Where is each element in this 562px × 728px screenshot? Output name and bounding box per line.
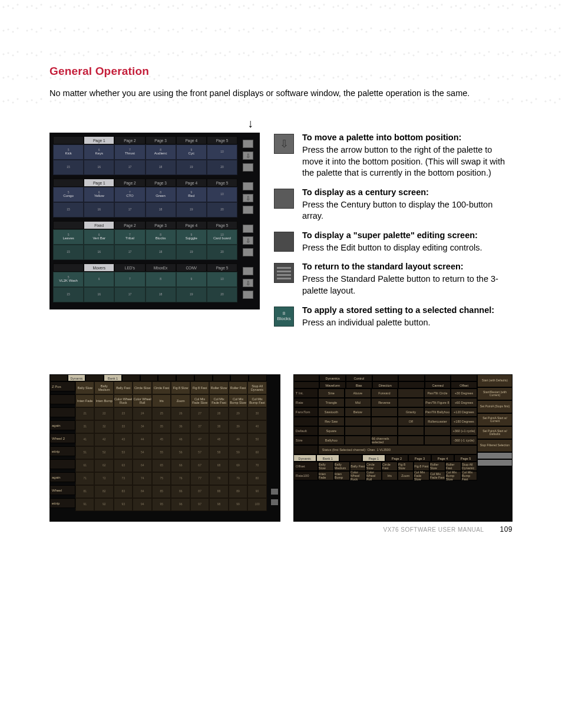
century-button[interactable]: Col Mix Bump Fast bbox=[247, 394, 266, 407]
century-button[interactable]: Iris bbox=[152, 394, 171, 407]
century-button[interactable]: 47 bbox=[190, 433, 209, 446]
century-button[interactable]: 33 bbox=[114, 420, 133, 433]
palette-tab[interactable]: Page 4 bbox=[176, 136, 207, 144]
century-button[interactable]: 71 bbox=[75, 472, 94, 485]
century-button[interactable]: 50 bbox=[247, 433, 266, 446]
palette-button[interactable]: 18 bbox=[146, 202, 176, 218]
header-tab[interactable]: Dynamics bbox=[319, 374, 346, 381]
century-button[interactable]: 87 bbox=[190, 485, 209, 498]
bottom-tab[interactable]: Page 1 bbox=[362, 454, 385, 462]
bank-tab[interactable] bbox=[140, 374, 158, 381]
palette-tab[interactable]: Fixed bbox=[84, 221, 114, 229]
option-button[interactable] bbox=[398, 398, 424, 407]
century-button[interactable]: 45 bbox=[152, 433, 171, 446]
century-button[interactable]: Roller Slow bbox=[209, 381, 228, 394]
move-down-button[interactable]: ⇩ bbox=[243, 279, 253, 287]
century-button[interactable]: 78 bbox=[209, 472, 228, 485]
century-button[interactable]: 54 bbox=[133, 446, 151, 459]
option-button[interactable] bbox=[371, 407, 398, 417]
century-button[interactable]: 67 bbox=[190, 459, 209, 472]
palette-button[interactable]: 6 bbox=[84, 272, 114, 287]
option-button[interactable]: +120 Degrees bbox=[451, 407, 477, 417]
side-button[interactable] bbox=[477, 452, 513, 459]
century-button[interactable]: 55 bbox=[152, 446, 171, 459]
palette-button[interactable]: 10 bbox=[207, 187, 237, 202]
header-tab[interactable]: Control bbox=[346, 374, 372, 381]
palette-button[interactable]: 6Keys bbox=[84, 144, 114, 160]
palette-tab[interactable]: Page 2 bbox=[114, 221, 145, 229]
header-tab[interactable] bbox=[451, 374, 477, 381]
bank-tab[interactable] bbox=[194, 374, 213, 381]
dynamic-button[interactable]: Fig 8 Fast bbox=[414, 462, 429, 471]
bank-tab[interactable] bbox=[158, 374, 176, 381]
century-button[interactable] bbox=[243, 140, 253, 148]
century-button[interactable]: Fig 8 Fast bbox=[190, 381, 209, 394]
dynamic-button[interactable]: Bally Fast bbox=[350, 462, 366, 471]
option-button[interactable] bbox=[371, 426, 398, 436]
century-button[interactable]: Bally Medium bbox=[94, 381, 113, 394]
palette-tab[interactable]: Page 3 bbox=[146, 179, 176, 187]
century-button[interactable]: 40 bbox=[247, 420, 266, 433]
palette-button[interactable]: 15 bbox=[53, 160, 84, 175]
century-button[interactable]: 64 bbox=[133, 459, 151, 472]
century-button[interactable]: 98 bbox=[209, 498, 228, 511]
move-down-button[interactable]: ⇩ bbox=[243, 236, 253, 245]
century-button[interactable]: 63 bbox=[114, 459, 133, 472]
century-button[interactable]: 77 bbox=[190, 472, 209, 485]
palette-button[interactable]: 17 bbox=[114, 287, 145, 302]
side-button[interactable] bbox=[271, 499, 278, 505]
century-button[interactable]: Col Mix Bump Slow bbox=[229, 394, 247, 407]
century-button[interactable]: 44 bbox=[133, 433, 151, 446]
option-button[interactable] bbox=[371, 417, 398, 426]
edit-button[interactable] bbox=[243, 206, 253, 214]
century-button[interactable]: 88 bbox=[209, 485, 228, 498]
edit-button[interactable] bbox=[243, 248, 253, 256]
palette-tab[interactable]: Page 1 bbox=[84, 136, 114, 144]
dynamic-button[interactable]: Circle Fast bbox=[382, 462, 398, 471]
palette-button[interactable]: 7CTO bbox=[114, 187, 145, 202]
option-button[interactable] bbox=[345, 417, 371, 426]
palette-tab[interactable]: Page 2 bbox=[114, 179, 145, 187]
century-button[interactable]: 91 bbox=[75, 498, 94, 511]
bank-tab[interactable]: Dynamic bbox=[68, 374, 86, 381]
bank-tab[interactable] bbox=[176, 374, 194, 381]
century-button[interactable]: 22 bbox=[94, 407, 113, 420]
bottom-tab[interactable] bbox=[339, 454, 362, 462]
century-button[interactable]: 66 bbox=[171, 459, 190, 472]
option-button[interactable]: Gravity bbox=[398, 407, 424, 417]
bottom-tab[interactable]: Dynamic bbox=[293, 454, 316, 462]
option-button[interactable]: Triangle bbox=[318, 398, 345, 407]
bottom-tab[interactable]: Page 3 bbox=[408, 454, 431, 462]
option-button[interactable]: Below bbox=[345, 407, 371, 417]
dynamic-button[interactable]: Inten Bump bbox=[334, 471, 350, 480]
palette-button[interactable]: 16 bbox=[84, 160, 114, 175]
century-button[interactable]: 27 bbox=[190, 407, 209, 420]
palette-tab[interactable]: Page 3 bbox=[146, 221, 176, 229]
century-button[interactable]: 89 bbox=[229, 485, 247, 498]
palette-button[interactable]: 15 bbox=[53, 202, 84, 218]
side-button[interactable] bbox=[271, 489, 278, 495]
century-button[interactable]: 90 bbox=[247, 485, 266, 498]
bank-tab[interactable] bbox=[122, 374, 140, 381]
century-button[interactable] bbox=[243, 182, 253, 190]
palette-button[interactable]: 9 bbox=[176, 272, 207, 287]
century-button[interactable]: 99 bbox=[229, 498, 247, 511]
action-button[interactable]: Stop Filtered Selection bbox=[477, 439, 513, 452]
century-button[interactable]: Inten Fade bbox=[75, 394, 94, 407]
bottom-tab[interactable]: Page 5 bbox=[454, 454, 477, 462]
century-button[interactable]: 39 bbox=[229, 420, 247, 433]
dynamic-button[interactable]: Col Mix Fade Slow bbox=[414, 471, 429, 480]
palette-tab[interactable]: Page 5 bbox=[207, 221, 237, 229]
century-button[interactable]: 43 bbox=[114, 433, 133, 446]
century-button[interactable]: 57 bbox=[190, 446, 209, 459]
dynamic-button[interactable]: Color Wheel Roll bbox=[366, 471, 382, 480]
palette-tab[interactable]: Page 2 bbox=[114, 136, 145, 144]
century-button[interactable]: 85 bbox=[152, 485, 171, 498]
header-tab[interactable] bbox=[372, 374, 399, 381]
century-button[interactable]: 36 bbox=[171, 420, 190, 433]
palette-button[interactable]: 8Green bbox=[146, 187, 176, 202]
palette-tab[interactable]: Movers bbox=[84, 263, 114, 272]
palette-button[interactable]: 15 bbox=[53, 287, 84, 302]
bottom-tab[interactable]: Page 4 bbox=[431, 454, 454, 462]
header-tab[interactable] bbox=[398, 374, 425, 381]
